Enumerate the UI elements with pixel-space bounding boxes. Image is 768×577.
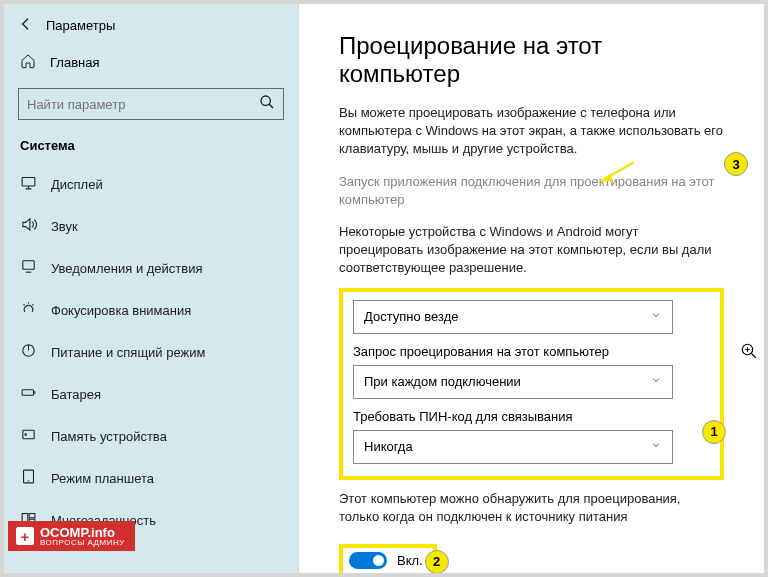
sidebar-home[interactable]: Главная (4, 43, 298, 82)
notifications-icon (20, 258, 37, 278)
header-title: Параметры (46, 18, 115, 33)
permission-text: Некоторые устройства с Windows и Android… (339, 223, 724, 278)
storage-icon (20, 426, 37, 446)
sound-icon (20, 216, 37, 236)
home-icon (20, 53, 36, 72)
dropdown-value: Никогда (364, 439, 413, 454)
discoverable-description: Этот компьютер можно обнаружить для прое… (339, 490, 724, 526)
sidebar-item-tablet[interactable]: Режим планшета (4, 457, 298, 499)
watermark: + OCOMP.info ВОПРОСЫ АДМИНУ (8, 521, 135, 551)
availability-dropdown[interactable]: Доступно везде (353, 300, 673, 334)
chevron-down-icon (650, 309, 662, 324)
annotation-badge-1: 1 (702, 420, 726, 444)
display-icon (20, 174, 37, 194)
page-description: Вы можете проецировать изображение с тел… (339, 104, 724, 159)
pin-required-label: Требовать ПИН-код для связывания (353, 409, 710, 424)
annotation-arrow (598, 160, 636, 184)
annotation-badge-3: 3 (724, 152, 748, 176)
power-icon (20, 342, 37, 362)
main-content: Проецирование на этот компьютер Вы может… (299, 4, 764, 573)
projection-request-label: Запрос проецирования на этот компьютер (353, 344, 710, 359)
plus-icon: + (16, 527, 34, 545)
focus-icon (20, 300, 37, 320)
settings-window: Параметры Главная Система Дисплей Звук У… (0, 0, 768, 577)
chevron-down-icon (650, 374, 662, 389)
svg-point-0 (261, 96, 270, 105)
sidebar-item-label: Батарея (51, 387, 101, 402)
sidebar-item-label: Питание и спящий режим (51, 345, 205, 360)
svg-rect-2 (23, 261, 34, 270)
dropdown-value: Доступно везде (364, 309, 459, 324)
zoom-icon[interactable] (740, 342, 758, 360)
search-input[interactable] (27, 97, 259, 112)
sidebar-item-battery[interactable]: Батарея (4, 373, 298, 415)
search-box[interactable] (18, 88, 284, 120)
watermark-subtext: ВОПРОСЫ АДМИНУ (40, 538, 125, 547)
sidebar-item-notifications[interactable]: Уведомления и действия (4, 247, 298, 289)
settings-highlight-box: Доступно везде Запрос проецирования на э… (339, 288, 724, 480)
tablet-icon (20, 468, 37, 488)
sidebar-item-focus[interactable]: Фокусировка внимания (4, 289, 298, 331)
sidebar-item-label: Звук (51, 219, 78, 234)
chevron-down-icon (650, 439, 662, 454)
projection-request-dropdown[interactable]: При каждом подключении (353, 365, 673, 399)
search-icon[interactable] (259, 94, 275, 114)
sidebar-item-sound[interactable]: Звук (4, 205, 298, 247)
sidebar-item-power[interactable]: Питание и спящий режим (4, 331, 298, 373)
toggle-label: Вкл. (397, 553, 423, 568)
header: Параметры (4, 16, 298, 43)
sidebar-item-label: Режим планшета (51, 471, 154, 486)
sidebar-item-label: Дисплей (51, 177, 103, 192)
sidebar-home-label: Главная (50, 55, 99, 70)
sidebar-item-label: Уведомления и действия (51, 261, 203, 276)
sidebar-item-display[interactable]: Дисплей (4, 163, 298, 205)
svg-marker-12 (599, 173, 612, 181)
svg-rect-1 (22, 178, 35, 187)
sidebar: Параметры Главная Система Дисплей Звук У… (4, 4, 299, 573)
sidebar-item-label: Фокусировка внимания (51, 303, 191, 318)
sidebar-item-label: Память устройства (51, 429, 167, 444)
annotation-badge-2: 2 (425, 550, 449, 573)
launch-connect-app-link[interactable]: Запуск приложения подключения для проект… (339, 173, 724, 209)
svg-rect-4 (22, 390, 33, 396)
pin-required-dropdown[interactable]: Никогда (353, 430, 673, 464)
toggle-highlight-box: Вкл. 2 (339, 544, 437, 573)
discoverable-toggle[interactable] (349, 552, 387, 569)
svg-point-6 (25, 434, 26, 435)
page-title: Проецирование на этот компьютер (339, 32, 724, 88)
sidebar-item-storage[interactable]: Память устройства (4, 415, 298, 457)
back-icon[interactable] (18, 16, 34, 35)
dropdown-value: При каждом подключении (364, 374, 521, 389)
sidebar-section-title: Система (4, 130, 298, 163)
battery-icon (20, 384, 37, 404)
svg-rect-9 (29, 514, 35, 518)
